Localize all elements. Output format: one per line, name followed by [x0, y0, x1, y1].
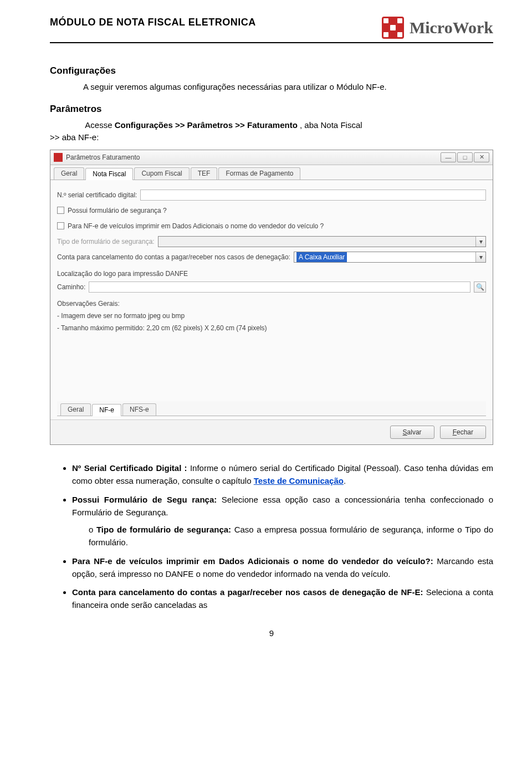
doc-title: MÓDULO DE NOTA FISCAL ELETRONICA [50, 17, 256, 28]
combo-tipo-formulario: ▾ [158, 236, 486, 247]
label-obs: Observações Gerais: [57, 300, 486, 308]
label-chk-form: Possui formulário de segurança ? [68, 207, 167, 214]
maximize-button[interactable]: □ [457, 152, 473, 162]
tab-formas-pagamento[interactable]: Formas de Pagamento [218, 167, 300, 180]
path-prefix: Acesse [85, 120, 114, 130]
chevron-down-icon: ▾ [475, 237, 485, 247]
close-button-footer[interactable]: Fechar [440, 426, 486, 439]
tab-nota-fiscal[interactable]: Nota Fiscal [85, 168, 133, 180]
bullet-nfe-veiculos: Para NF-e de veículos imprimir em Dados … [72, 555, 493, 581]
input-caminho[interactable] [89, 281, 470, 293]
label-serial: N.º serial certificado digital: [57, 191, 137, 199]
bullet-formulario: Possui Formulário de Segu rança: Selecio… [72, 493, 493, 549]
paragraph-param-path: Acesse Configurações >> Parâmetros >> Fa… [50, 119, 493, 144]
browse-icon[interactable]: 🔍 [474, 281, 486, 293]
window-title: Parâmetros Faturamento [66, 153, 140, 161]
page-number: 9 [50, 628, 493, 638]
combo-conta-cancelamento[interactable]: A Caixa Auxiliar ▾ [294, 252, 486, 263]
input-serial[interactable] [140, 190, 486, 201]
label-loc-logo: Localização do logo para impressão DANFE [57, 270, 486, 278]
tab-bottom-nfe[interactable]: NF-e [92, 404, 121, 416]
logo-icon [382, 17, 404, 39]
label-tipo-formulario: Tipo de formulário de segurança: [57, 238, 155, 245]
path-suffix: , aba Nota Fiscal [300, 120, 362, 130]
minimize-button[interactable]: — [441, 152, 456, 162]
app-icon [54, 153, 63, 162]
app-window: Parâmetros Faturamento — □ ✕ Geral Nota … [50, 150, 493, 446]
tab-cupom-fiscal[interactable]: Cupom Fiscal [134, 167, 189, 180]
tab-bottom-nfse[interactable]: NFS-e [122, 403, 156, 416]
obs-line-2: - Tamanho máximo permitido: 2,20 cm (62 … [57, 322, 486, 335]
link-teste-comunicacao[interactable]: Teste de Comunicação [254, 476, 344, 485]
tab-tef[interactable]: TEF [191, 167, 218, 180]
label-chk-nfe-veic: Para NF-e de veículos imprimir em Dados … [68, 222, 324, 230]
obs-line-1: - Imagem deve ser no formato jpeg ou bmp [57, 310, 486, 322]
tab-bottom-geral[interactable]: Geral [60, 403, 91, 416]
sub-bullet-tipo: Tipo de formulário de segurança: Caso a … [89, 523, 493, 549]
titlebar: Parâmetros Faturamento — □ ✕ [50, 150, 493, 165]
brand-logo: MicroWork [382, 17, 493, 39]
tabs-bottom: Geral NF-e NFS-e [57, 401, 486, 416]
paragraph-config: A seguir veremos algumas configurações n… [83, 81, 493, 94]
bullet-serial: Nº Serial Certificado Digital : Informe … [72, 462, 493, 488]
path-bold: Configurações >> Parâmetros >> Faturamen… [115, 120, 298, 130]
heading-parametros: Parâmetros [50, 104, 493, 115]
combo-conta-value: A Caixa Auxiliar [296, 252, 347, 262]
label-conta-cancelamento: Conta para cancelamento do contas a paga… [57, 253, 290, 261]
path-line2: >> aba NF-e: [50, 132, 99, 142]
save-button[interactable]: Salvar [390, 426, 434, 439]
close-button[interactable]: ✕ [474, 152, 489, 162]
heading-configuracoes: Configurações [50, 65, 493, 76]
label-caminho: Caminho: [57, 283, 85, 291]
tabs-top: Geral Nota Fiscal Cupom Fiscal TEF Forma… [50, 165, 493, 180]
brand-name: MicroWork [410, 18, 493, 37]
chevron-down-icon[interactable]: ▾ [475, 252, 485, 262]
tab-geral[interactable]: Geral [54, 167, 84, 180]
bullet-conta-cancelamento: Conta para cancelamento do contas a paga… [72, 586, 493, 612]
checkbox-formulario-seguranca[interactable] [57, 207, 64, 214]
header-divider [50, 42, 493, 43]
checkbox-nfe-veiculos[interactable] [57, 222, 64, 229]
